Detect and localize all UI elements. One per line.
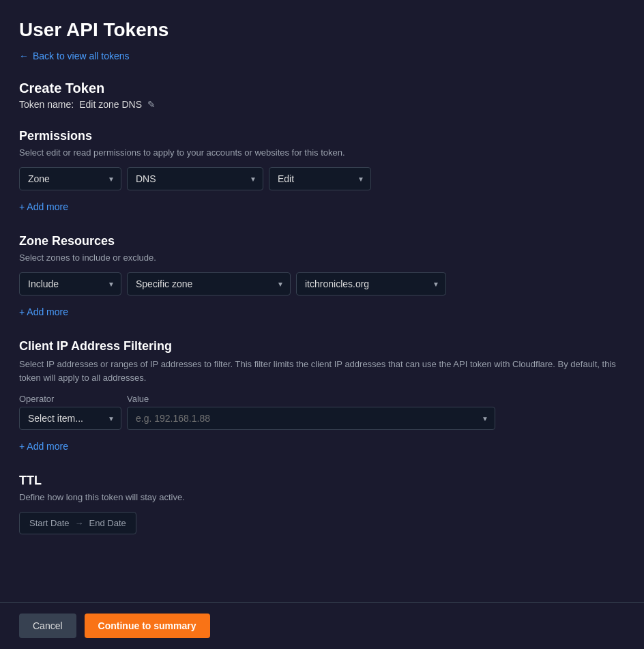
value-label: Value — [127, 394, 495, 404]
client-ip-add-more-link[interactable]: + Add more — [19, 441, 68, 452]
operator-value-row: Operator Select item... ▼ Value ▼ — [19, 394, 625, 430]
page-footer: Cancel Continue to summary — [0, 602, 644, 649]
dns-select[interactable]: DNS — [127, 167, 263, 190]
edit-token-name-icon[interactable]: ✎ — [147, 99, 156, 110]
arrow-left-icon: ← — [19, 51, 29, 61]
page-title: User API Tokens — [19, 19, 625, 41]
zone-select-wrapper: Zone ▼ — [19, 167, 121, 190]
back-link-label: Back to view all tokens — [33, 51, 130, 61]
cancel-button[interactable]: Cancel — [19, 614, 76, 638]
zone-resources-label: Zone Resources — [19, 234, 625, 248]
permissions-description: Select edit or read permissions to apply… — [19, 147, 625, 158]
ttl-section: TTL Define how long this token will stay… — [19, 474, 625, 534]
date-arrow-icon: → — [75, 518, 84, 528]
operator-field-group: Operator Select item... ▼ — [19, 394, 121, 430]
create-token-heading: Create Token — [19, 81, 625, 96]
back-to-tokens-link[interactable]: ← Back to view all tokens — [19, 51, 130, 61]
include-select-wrapper: Include ▼ — [19, 272, 121, 295]
zone-resources-description: Select zones to include or exclude. — [19, 253, 625, 263]
permissions-section: Permissions Select edit or read permissi… — [19, 129, 625, 212]
permission-select-wrapper: Edit ▼ — [269, 167, 371, 190]
zone-resources-add-more-link[interactable]: + Add more — [19, 306, 68, 317]
permissions-add-more-link[interactable]: + Add more — [19, 201, 68, 212]
value-input-wrapper: ▼ — [127, 407, 495, 430]
token-name-value: Edit zone DNS — [79, 99, 142, 110]
zone-select[interactable]: Zone — [19, 167, 121, 190]
value-field-group: Value ▼ — [127, 394, 495, 430]
date-range-picker[interactable]: Start Date → End Date — [19, 512, 136, 534]
domain-select[interactable]: itchronicles.org — [296, 272, 446, 295]
permissions-select-row: Zone ▼ DNS ▼ Edit ▼ — [19, 167, 625, 190]
operator-select[interactable]: Select item... — [19, 407, 121, 430]
permission-select[interactable]: Edit — [269, 167, 371, 190]
token-name-label: Token name: — [19, 99, 74, 110]
continue-to-summary-button[interactable]: Continue to summary — [85, 614, 210, 638]
specific-zone-select[interactable]: Specific zone — [127, 272, 291, 295]
specific-zone-select-wrapper: Specific zone ▼ — [127, 272, 291, 295]
start-date-label: Start Date — [29, 518, 70, 528]
client-ip-section: Client IP Address Filtering Select IP ad… — [19, 339, 625, 452]
ttl-description: Define how long this token will stay act… — [19, 492, 625, 502]
client-ip-description: Select IP addresses or ranges of IP addr… — [19, 358, 625, 384]
operator-select-wrapper: Select item... ▼ — [19, 407, 121, 430]
end-date-label: End Date — [89, 518, 126, 528]
token-name-row: Token name: Edit zone DNS ✎ — [19, 99, 625, 110]
client-ip-label: Client IP Address Filtering — [19, 339, 625, 354]
value-input[interactable] — [127, 407, 495, 430]
zone-resources-select-row: Include ▼ Specific zone ▼ itchronicles.o… — [19, 272, 625, 295]
ttl-label: TTL — [19, 474, 625, 488]
operator-label: Operator — [19, 394, 121, 404]
include-select[interactable]: Include — [19, 272, 121, 295]
zone-resources-section: Zone Resources Select zones to include o… — [19, 234, 625, 317]
domain-select-wrapper: itchronicles.org ▼ — [296, 272, 446, 295]
dns-select-wrapper: DNS ▼ — [127, 167, 263, 190]
permissions-label: Permissions — [19, 129, 625, 143]
